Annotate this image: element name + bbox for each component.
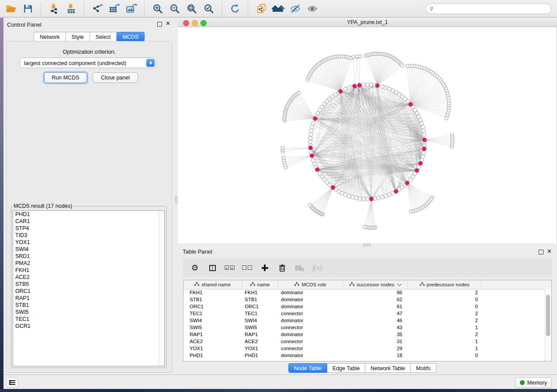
- leaf-node[interactable]: [401, 64, 404, 67]
- mcds-hub-node[interactable]: [308, 146, 312, 150]
- leaf-node[interactable]: [445, 117, 448, 120]
- ring-node[interactable]: [422, 133, 426, 137]
- add-column-icon[interactable]: [259, 262, 270, 274]
- task-history-button[interactable]: [6, 377, 18, 388]
- mcds-result-item[interactable]: PMA2: [13, 260, 164, 267]
- search-input[interactable]: [436, 5, 551, 12]
- ring-node[interactable]: [366, 83, 370, 87]
- mcds-result-item[interactable]: ACE2: [13, 274, 164, 281]
- ring-node[interactable]: [347, 86, 351, 90]
- mcds-hub-node[interactable]: [422, 147, 426, 151]
- ring-node[interactable]: [351, 195, 355, 199]
- float-panel-icon[interactable]: [157, 22, 162, 27]
- mcds-result-item[interactable]: RAP1: [13, 295, 164, 302]
- mcds-hub-node[interactable]: [419, 161, 422, 165]
- close-panel-icon[interactable]: ✕: [166, 20, 170, 27]
- mcds-result-item[interactable]: ORC1: [13, 288, 164, 295]
- first-neighbors-icon[interactable]: [272, 3, 285, 15]
- zoom-out-icon[interactable]: [168, 3, 181, 15]
- ring-node[interactable]: [381, 85, 384, 89]
- open-folder-icon[interactable]: [4, 3, 17, 15]
- tab-select[interactable]: Select: [90, 32, 117, 41]
- ring-node[interactable]: [362, 197, 366, 201]
- leaf-node[interactable]: [450, 145, 453, 148]
- table-row[interactable]: STB1STB1dominator620: [183, 296, 545, 303]
- table-row[interactable]: YOX1YOX1connector291: [183, 345, 545, 352]
- ring-node[interactable]: [358, 196, 362, 200]
- mcds-result-item[interactable]: CAR1: [13, 218, 164, 225]
- mcds-hub-node[interactable]: [339, 89, 343, 93]
- ring-node[interactable]: [309, 129, 313, 133]
- tab-mcds[interactable]: MCDS: [117, 32, 145, 41]
- mcds-result-item[interactable]: SWI5: [13, 309, 164, 316]
- zoom-in-icon[interactable]: [151, 3, 164, 15]
- leaf-node[interactable]: [282, 156, 285, 159]
- ring-node[interactable]: [311, 158, 315, 162]
- select-all-icon[interactable]: ☑☑: [224, 262, 235, 274]
- criterion-select[interactable]: largest connected component (undirected): [20, 58, 156, 68]
- table-row[interactable]: TEC1TEC1connector472: [183, 310, 545, 317]
- mcds-hub-node[interactable]: [422, 138, 426, 142]
- column-header-name[interactable]: name: [242, 280, 278, 289]
- export-image-icon[interactable]: [125, 3, 138, 15]
- close-table-panel-icon[interactable]: ✕: [547, 248, 552, 254]
- ring-node[interactable]: [422, 129, 426, 133]
- show-all-icon[interactable]: [306, 3, 319, 15]
- table-row[interactable]: FKH1FKH1dominator962: [183, 289, 545, 296]
- ring-node[interactable]: [384, 86, 388, 90]
- tab-style[interactable]: Style: [66, 32, 90, 41]
- import-network-icon[interactable]: [48, 3, 61, 15]
- ring-node[interactable]: [384, 194, 388, 198]
- column-header-shared-name[interactable]: shared name: [183, 280, 242, 289]
- table-row[interactable]: SWI4SWI4dominator462: [183, 317, 545, 324]
- ring-node[interactable]: [309, 133, 313, 137]
- ring-node[interactable]: [421, 155, 425, 159]
- ring-node[interactable]: [420, 121, 424, 125]
- ring-node[interactable]: [318, 172, 322, 175]
- scrollbar-thumb[interactable]: [546, 295, 550, 336]
- mcds-result-item[interactable]: FKH1: [13, 267, 164, 274]
- leaf-node[interactable]: [308, 203, 312, 206]
- mcds-hub-node[interactable]: [357, 83, 361, 87]
- mcds-result-item[interactable]: SWI4: [13, 246, 164, 253]
- zoom-selected-icon[interactable]: [202, 3, 215, 15]
- mcds-list-scrollbar[interactable]: [159, 211, 164, 366]
- ring-node[interactable]: [422, 151, 426, 155]
- import-table-icon[interactable]: [65, 3, 78, 15]
- show-columns-icon[interactable]: [207, 262, 218, 274]
- tab-motifs[interactable]: Motifs: [411, 363, 436, 373]
- mcds-hub-node[interactable]: [370, 197, 374, 201]
- table-row[interactable]: RAP1RAP1dominator352: [183, 331, 545, 338]
- ring-node[interactable]: [308, 136, 312, 140]
- table-row[interactable]: SWI5SWI5connector431: [183, 324, 545, 331]
- save-icon[interactable]: [21, 3, 35, 15]
- hide-selected-icon[interactable]: [289, 3, 302, 15]
- refresh-icon[interactable]: [228, 3, 242, 15]
- column-header-successor-nodes[interactable]: successor nodes: [343, 280, 408, 289]
- tab-network-table[interactable]: Network Table: [365, 363, 411, 373]
- mcds-hub-node[interactable]: [331, 186, 335, 189]
- ring-node[interactable]: [419, 118, 422, 122]
- mcds-hub-node[interactable]: [375, 83, 379, 87]
- ring-node[interactable]: [310, 125, 314, 129]
- mcds-hub-node[interactable]: [353, 84, 356, 88]
- leaf-node[interactable]: [281, 146, 284, 150]
- ring-node[interactable]: [408, 178, 412, 182]
- settings-gear-icon[interactable]: ⚙: [189, 262, 201, 274]
- export-table-icon[interactable]: [108, 3, 121, 15]
- mcds-hub-node[interactable]: [313, 117, 317, 120]
- close-panel-button[interactable]: Close panel: [93, 72, 138, 83]
- mcds-result-item[interactable]: TID3: [13, 232, 164, 239]
- mcds-hub-node[interactable]: [310, 154, 314, 158]
- leaf-node[interactable]: [358, 55, 362, 58]
- mcds-result-item[interactable]: STP4: [13, 225, 164, 232]
- mcds-hub-node[interactable]: [415, 168, 419, 172]
- ring-node[interactable]: [377, 196, 381, 200]
- tab-node-table[interactable]: Node Table: [288, 363, 327, 373]
- mcds-hub-node[interactable]: [408, 102, 412, 106]
- ring-node[interactable]: [387, 193, 391, 197]
- export-network-icon[interactable]: [91, 3, 104, 15]
- deselect-all-icon[interactable]: ☐☐: [242, 262, 253, 274]
- ring-node[interactable]: [311, 121, 315, 125]
- ring-node[interactable]: [381, 195, 384, 199]
